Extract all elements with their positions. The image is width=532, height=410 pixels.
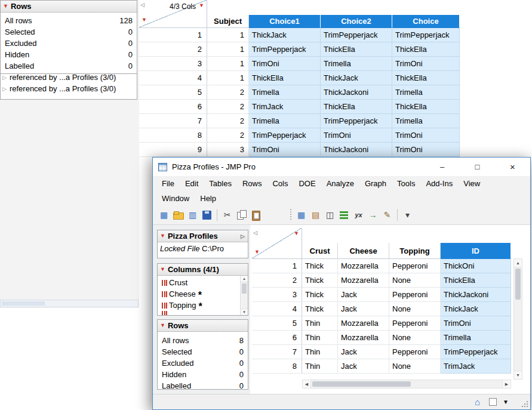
scroll-left-icon[interactable]: ◀ [303, 380, 311, 388]
cell[interactable]: Thin [302, 359, 338, 374]
new-data-table-icon[interactable]: ▦ [157, 208, 171, 222]
column-item-topping[interactable]: Topping* [158, 300, 240, 311]
toolbar-overflow-icon[interactable]: ▾ [401, 208, 414, 222]
cell[interactable]: TrimPepperjack [321, 114, 392, 128]
column-header-choice2[interactable]: Choice2 [321, 15, 392, 28]
jmp-data-table-icon[interactable] [158, 163, 167, 171]
cell[interactable]: TrimPepperjack [249, 42, 321, 57]
cell[interactable]: TrimJack [249, 100, 321, 114]
cell[interactable]: Trimella [392, 114, 460, 128]
cell[interactable]: ThickElla [392, 100, 460, 114]
menu-tables[interactable]: Tables [204, 177, 237, 190]
menu-tools[interactable]: Tools [392, 177, 420, 190]
rows-panel-header[interactable]: ▼ Rows [1, 1, 137, 13]
cell[interactable]: ThickJackoni [321, 85, 392, 100]
menu-analyze[interactable]: Analyze [321, 177, 359, 190]
resize-grip[interactable] [522, 401, 523, 402]
cut-icon[interactable]: ✂ [220, 208, 234, 222]
home-icon[interactable]: ⌂ [475, 397, 480, 407]
rows-stat-labelled[interactable]: Labelled0 [1, 60, 137, 72]
columns-scrollbar[interactable]: ▲ ▼ [240, 276, 248, 315]
menu-cols[interactable]: Cols [267, 177, 293, 190]
cell[interactable]: Thick [302, 302, 338, 316]
cell[interactable]: 1 [207, 28, 249, 42]
column-header-choice1[interactable]: Choice1 [249, 15, 321, 28]
disclosure-icon[interactable]: ▷ [2, 75, 7, 81]
menu-edit[interactable]: Edit [180, 177, 204, 190]
toolbar-grip[interactable] [290, 209, 291, 221]
cell[interactable]: ThickElla [321, 100, 392, 114]
table-panel-header[interactable]: ▼ Pizza Profiles ▷ [158, 230, 248, 242]
columns-menu-icon[interactable]: ▼ [294, 231, 299, 236]
status-dropdown-icon[interactable]: ▼ [503, 399, 509, 405]
cell[interactable]: ThickJackoni [441, 288, 511, 302]
menu-view[interactable]: View [458, 177, 485, 190]
row-number[interactable]: 1 [139, 28, 207, 42]
cell[interactable]: TrimOni [441, 316, 511, 331]
red-triangle-icon[interactable]: ▼ [160, 323, 165, 328]
launch-analysis-icon[interactable]: → [366, 208, 380, 222]
rows-stat-all-rows[interactable]: All rows8 [158, 335, 248, 346]
journal-icon[interactable]: ▤ [309, 208, 322, 222]
column-header-topping[interactable]: Topping [389, 243, 441, 259]
rows-stat-all-rows[interactable]: All rows128 [1, 15, 137, 26]
red-triangle-icon[interactable]: ▼ [3, 4, 8, 9]
cell[interactable]: Pepperoni [389, 288, 441, 302]
open-file-icon[interactable] [171, 208, 185, 222]
row-number[interactable]: 4 [139, 71, 207, 85]
close-button[interactable]: × [495, 158, 530, 176]
cell[interactable]: TrimPepperjack [321, 28, 392, 42]
rows-stat-hidden[interactable]: Hidden0 [1, 49, 137, 60]
scroll-up-icon[interactable]: ▲ [241, 276, 248, 282]
paste-icon[interactable] [249, 208, 263, 222]
collapse-panel-icon[interactable]: ▷ [241, 233, 245, 239]
cell[interactable]: Thick [302, 259, 338, 273]
cell[interactable]: ThickElla [441, 273, 511, 288]
cell[interactable]: ThickJack [321, 71, 392, 85]
cell[interactable]: 2 [207, 114, 249, 128]
cell[interactable]: ThickElla [249, 71, 321, 85]
row-number[interactable]: 1 [252, 259, 302, 273]
cell[interactable]: None [389, 302, 441, 316]
cell[interactable]: Trimella [392, 85, 460, 100]
cell[interactable]: Pepperoni [389, 316, 441, 331]
disclosure-icon[interactable]: ▷ [2, 86, 7, 92]
column-item-crust[interactable]: Crust [158, 277, 240, 288]
cell[interactable]: Trimella [321, 57, 392, 71]
row-number[interactable]: 7 [252, 345, 302, 359]
side-panel-scrollbar[interactable] [0, 300, 139, 307]
cell[interactable]: Mozzarella [338, 273, 389, 288]
cell[interactable]: Mozzarella [338, 316, 389, 331]
row-number[interactable]: 8 [252, 359, 302, 374]
scrollbar-thumb[interactable] [515, 269, 521, 300]
distribution-icon[interactable] [337, 208, 351, 222]
column-header-crust[interactable]: Crust [302, 243, 338, 259]
column-header-choice[interactable]: Choice [392, 15, 460, 28]
cell[interactable]: TrimOni [392, 143, 460, 157]
data-table-icon[interactable]: ▦ [294, 208, 308, 222]
cell[interactable]: Thick [302, 273, 338, 288]
column-header-id[interactable]: ID [441, 243, 511, 259]
cell[interactable]: Pepperoni [389, 259, 441, 273]
cell[interactable]: Trimella [441, 331, 511, 345]
cell[interactable]: ThickElla [392, 71, 460, 85]
row-number[interactable]: 4 [252, 302, 302, 316]
cell[interactable]: Thick [302, 288, 338, 302]
row-number[interactable]: 9 [139, 143, 207, 157]
cell[interactable]: Thin [302, 331, 338, 345]
formula-icon[interactable]: ✎ [380, 208, 394, 222]
menu-help[interactable]: Help [195, 192, 222, 205]
cell[interactable]: TrimOni [249, 57, 321, 71]
row-number[interactable]: 6 [252, 331, 302, 345]
cell[interactable]: Jack [338, 359, 389, 374]
cell[interactable]: TrimPepperjack [249, 128, 321, 143]
rows-stat-labelled[interactable]: Labelled0 [158, 380, 248, 391]
menu-doe[interactable]: DOE [293, 177, 321, 190]
cell[interactable]: Trimella [249, 85, 321, 100]
column-item-cheese[interactable]: Cheese* [158, 288, 240, 300]
cell[interactable]: None [389, 359, 441, 374]
menu-window[interactable]: Window [156, 192, 195, 205]
menu-rows[interactable]: Rows [237, 177, 267, 190]
cell[interactable]: TrimOni [392, 57, 460, 71]
rows-stat-excluded[interactable]: Excluded0 [158, 357, 248, 369]
